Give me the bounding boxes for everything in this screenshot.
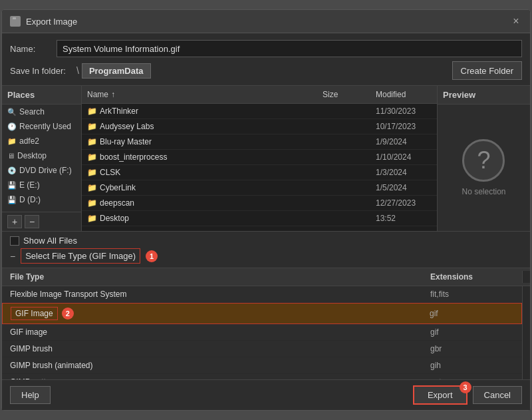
file-type-scrollbar[interactable] xyxy=(522,286,530,379)
table-row[interactable]: 📁 ArkThinker 11/30/2023 xyxy=(82,104,437,119)
file-size-bluray xyxy=(317,141,370,142)
create-folder-button[interactable]: Create Folder xyxy=(452,61,522,80)
file-size-boost xyxy=(317,156,370,158)
places-item-d-label: D (D:) xyxy=(19,195,41,204)
scrollbar-spacer xyxy=(522,271,530,283)
add-place-button[interactable]: + xyxy=(7,215,22,228)
places-item-e-label: E (E:) xyxy=(19,180,40,190)
name-input[interactable] xyxy=(57,40,522,57)
places-item-adfe2[interactable]: 📁 adfe2 xyxy=(2,134,81,148)
export-button[interactable]: Export 3 xyxy=(413,385,467,405)
ft-type-gbr: GIMP brush xyxy=(2,343,422,354)
remove-place-button[interactable]: − xyxy=(25,215,39,228)
bottom-bar: Help Export 3 Cancel xyxy=(2,379,530,410)
folder-row: Save In folder: \ ProgramData Create Fol… xyxy=(10,61,522,80)
sort-indicator: ↑ xyxy=(111,90,115,99)
recently-used-icon: 🕐 xyxy=(7,122,17,131)
col-size-header[interactable]: Size xyxy=(317,89,370,101)
folder-icon: 📁 xyxy=(87,152,97,162)
file-name-arkthinker: 📁 ArkThinker xyxy=(82,106,317,116)
table-row[interactable]: 📁 boost_interprocess 1/10/2024 xyxy=(82,150,437,165)
files-list: 📁 ArkThinker 11/30/2023 📁 Audyssey Labs … xyxy=(82,104,437,231)
dialog-title: Export Image xyxy=(26,17,77,27)
ft-row-gif[interactable]: GIF image gif xyxy=(2,324,522,341)
file-size-desktop xyxy=(317,218,370,219)
col-name-header[interactable]: Name ↑ xyxy=(82,89,317,101)
file-modified-audyssey: 10/17/2023 xyxy=(370,121,437,132)
folder-icon: 📁 xyxy=(87,214,97,223)
file-modified-bluray: 1/9/2024 xyxy=(370,136,437,147)
file-modified-clsk: 1/3/2024 xyxy=(370,167,437,178)
svg-rect-1 xyxy=(13,17,16,19)
dialog-icon xyxy=(10,16,21,27)
ft-row-gif-image[interactable]: GIF Image 2 gif xyxy=(2,303,522,324)
file-name-boost: 📁 boost_interprocess xyxy=(82,152,317,162)
preview-no-selection-text: No selection xyxy=(462,187,505,196)
ft-ext-gbr: gbr xyxy=(422,343,522,354)
desktop-icon: 🖥 xyxy=(7,152,15,160)
ft-col-ext-header: Extensions xyxy=(422,271,522,283)
file-modified-cyberlink: 1/5/2024 xyxy=(370,182,437,193)
badge-1: 1 xyxy=(146,250,158,262)
folder-path: \ ProgramData xyxy=(76,63,446,79)
file-type-columns: File Type Extensions xyxy=(2,268,530,286)
folder-separator: \ xyxy=(76,65,79,76)
ft-type-gih: GIMP brush (animated) xyxy=(2,360,422,371)
file-name-clsk: 📁 CLSK xyxy=(82,167,317,178)
file-name-bluray: 📁 Blu-ray Master xyxy=(82,136,317,147)
table-row[interactable]: 📁 Desktop 13:52 xyxy=(82,211,437,226)
show-all-files-checkbox[interactable] xyxy=(10,236,19,246)
places-item-desktop[interactable]: 🖥 Desktop xyxy=(2,148,81,163)
title-bar: Export Image × xyxy=(2,10,530,33)
file-modified-deepscan: 12/27/2023 xyxy=(370,198,437,208)
ft-ext-gih: gih xyxy=(422,360,522,371)
col-size-label: Size xyxy=(323,90,338,99)
badge-3: 3 xyxy=(460,381,471,393)
file-type-header[interactable]: Select File Type (GIF Image) xyxy=(21,248,140,264)
files-panel: Name ↑ Size Modified 📁 ArkThinker xyxy=(82,86,437,231)
export-image-dialog: Export Image × Name: Save In folder: \ P… xyxy=(1,9,531,411)
preview-content: ? No selection xyxy=(462,105,505,231)
ft-row-gbr[interactable]: GIMP brush gbr xyxy=(2,341,522,357)
ft-row-fits[interactable]: Flexible Image Transport System fit,fits xyxy=(2,286,522,303)
folder-icon: 📁 xyxy=(87,198,97,208)
table-row[interactable]: 📁 Blu-ray Master 1/9/2024 xyxy=(82,134,437,150)
ft-row-pat[interactable]: GIMP pattern pat xyxy=(2,374,522,379)
help-button[interactable]: Help xyxy=(10,386,51,404)
folder-icon: 📁 xyxy=(87,168,97,177)
file-name-deepscan: 📁 deepscan xyxy=(82,198,317,208)
file-size-audyssey xyxy=(317,126,370,127)
cancel-button[interactable]: Cancel xyxy=(473,386,522,404)
places-item-recently-used[interactable]: 🕐 Recently Used xyxy=(2,119,81,134)
places-panel: Places 🔍 Search 🕐 Recently Used 📁 adfe2 … xyxy=(2,86,82,231)
table-row[interactable]: 📁 Audyssey Labs 10/17/2023 xyxy=(82,119,437,134)
show-all-row: Show All Files xyxy=(10,236,522,246)
name-label: Name: xyxy=(10,44,50,54)
ft-ext-fits: fit,fits xyxy=(422,289,522,300)
close-button[interactable]: × xyxy=(510,15,522,27)
table-row[interactable]: 📁 CLSK 1/3/2024 xyxy=(82,165,437,180)
ft-row-gih[interactable]: GIMP brush (animated) gih xyxy=(2,357,522,374)
table-row[interactable]: 📁 deepscan 12/27/2023 xyxy=(82,196,437,211)
ft-col-type-header: File Type xyxy=(2,271,422,283)
file-modified-desktop: 13:52 xyxy=(370,213,437,224)
gif-image-badge: GIF Image xyxy=(11,307,58,320)
main-section: Places 🔍 Search 🕐 Recently Used 📁 adfe2 … xyxy=(2,85,530,232)
preview-icon-circle: ? xyxy=(462,139,505,182)
show-all-files-label: Show All Files xyxy=(23,236,77,246)
places-item-e[interactable]: 💾 E (E:) xyxy=(2,178,81,192)
places-item-search[interactable]: 🔍 Search xyxy=(2,105,81,119)
preview-question-icon: ? xyxy=(477,146,490,174)
table-row[interactable]: 📁 CyberLink 1/5/2024 xyxy=(82,180,437,196)
svg-rect-0 xyxy=(11,19,19,25)
places-item-dvd[interactable]: 💿 DVD Drive (F:) xyxy=(2,163,81,178)
file-type-collapse-icon[interactable]: − xyxy=(10,251,15,262)
file-size-arkthinker xyxy=(317,110,370,112)
drive-d-icon: 💾 xyxy=(7,196,17,204)
file-name-desktop: 📁 Desktop xyxy=(82,213,317,224)
search-icon: 🔍 xyxy=(7,108,17,116)
file-type-list: Flexible Image Transport System fit,fits… xyxy=(2,286,522,379)
places-item-d[interactable]: 💾 D (D:) xyxy=(2,192,81,207)
bottom-right-buttons: Export 3 Cancel xyxy=(413,385,522,405)
col-modified-header[interactable]: Modified xyxy=(370,89,437,101)
